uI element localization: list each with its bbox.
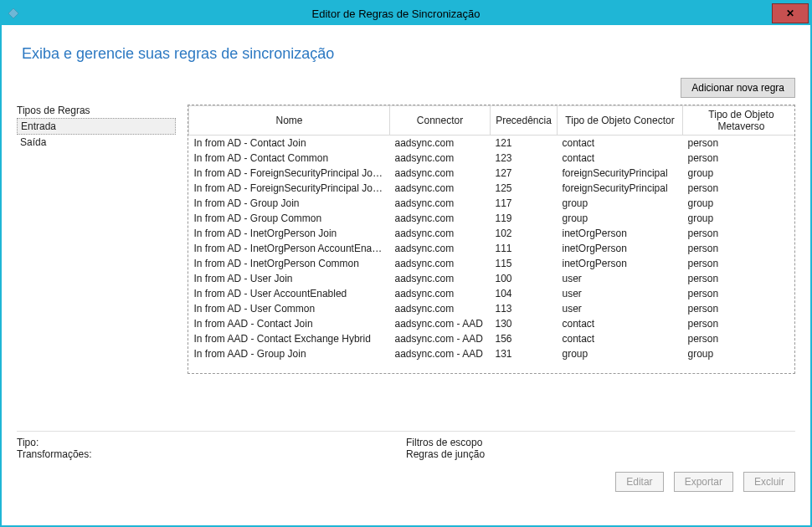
sidebar-item-saída[interactable]: Saída [17, 135, 176, 150]
cell-nome: In from AD - ForeignSecurityPrincipal Jo… [189, 166, 390, 181]
delete-button[interactable]: Excluir [743, 472, 795, 492]
cell-precedencia: 102 [491, 226, 558, 241]
filtros-label: Filtros de escopo [406, 437, 795, 448]
cell-tipo-metaverso: person [683, 151, 796, 166]
cell-connector: aadsync.com [390, 181, 491, 196]
table-row[interactable]: In from AAD - Group Joinaadsync.com - AA… [189, 346, 796, 361]
cell-precedencia: 121 [491, 136, 558, 151]
cell-precedencia: 113 [491, 301, 558, 316]
cell-precedencia: 125 [491, 181, 558, 196]
table-row[interactable]: In from AD - InetOrgPerson Joinaadsync.c… [189, 226, 796, 241]
cell-nome: In from AD - Contact Join [189, 136, 390, 151]
table-header-row: Nome Connector Precedência Tipo de Objet… [189, 106, 796, 136]
cell-tipo-metaverso: person [683, 226, 796, 241]
cell-precedencia: 104 [491, 286, 558, 301]
col-precedencia[interactable]: Precedência [491, 106, 558, 136]
cell-connector: aadsync.com - AAD [390, 316, 491, 331]
col-tipo-conector[interactable]: Tipo de Objeto Conector [558, 106, 683, 136]
cell-nome: In from AD - User Common [189, 301, 390, 316]
sidebar-title: Tipos de Regras [17, 105, 176, 116]
cell-connector: aadsync.com [390, 271, 491, 286]
cell-connector: aadsync.com [390, 256, 491, 271]
table-row[interactable]: In from AD - User AccountEnabledaadsync.… [189, 286, 796, 301]
cell-precedencia: 111 [491, 241, 558, 256]
export-button[interactable]: Exportar [674, 472, 733, 492]
cell-precedencia: 115 [491, 256, 558, 271]
table-row[interactable]: In from AAD - Contact Exchange Hybridaad… [189, 331, 796, 346]
table-row[interactable]: In from AD - ForeignSecurityPrincipal Jo… [189, 166, 796, 181]
cell-connector: aadsync.com [390, 226, 491, 241]
cell-tipo-conector: foreignSecurityPrincipal [558, 166, 683, 181]
add-rule-button[interactable]: Adicionar nova regra [681, 78, 795, 98]
rules-table: Nome Connector Precedência Tipo de Objet… [188, 105, 795, 361]
top-action-bar: Adicionar nova regra [17, 78, 795, 98]
cell-precedencia: 117 [491, 196, 558, 211]
cell-nome: In from AD - User Join [189, 271, 390, 286]
cell-tipo-conector: contact [558, 331, 683, 346]
table-row[interactable]: In from AD - Group Commonaadsync.com119g… [189, 211, 796, 226]
cell-tipo-metaverso: person [683, 301, 796, 316]
table-row[interactable]: In from AD - Contact Joinaadsync.com121c… [189, 136, 796, 151]
cell-tipo-metaverso: person [683, 181, 796, 196]
table-row[interactable]: In from AD - User Joinaadsync.com100user… [189, 271, 796, 286]
table-row[interactable]: In from AD - InetOrgPerson Commonaadsync… [189, 256, 796, 271]
cell-tipo-metaverso: person [683, 241, 796, 256]
cell-connector: aadsync.com [390, 241, 491, 256]
cell-tipo-metaverso: person [683, 136, 796, 151]
page-title: Exiba e gerencie suas regras de sincroni… [22, 45, 790, 63]
table-row[interactable]: In from AAD - Contact Joinaadsync.com - … [189, 316, 796, 331]
cell-tipo-conector: inetOrgPerson [558, 241, 683, 256]
cell-tipo-conector: contact [558, 151, 683, 166]
col-nome[interactable]: Nome [189, 106, 390, 136]
cell-tipo-conector: user [558, 286, 683, 301]
sidebar-item-entrada[interactable]: Entrada [17, 118, 176, 135]
col-connector[interactable]: Connector [390, 106, 491, 136]
table-row[interactable]: In from AD - Group Joinaadsync.com117gro… [189, 196, 796, 211]
trans-label: Transformações: [17, 448, 406, 460]
table-row[interactable]: In from AD - ForeignSecurityPrincipal Jo… [189, 181, 796, 196]
cell-precedencia: 100 [491, 271, 558, 286]
cell-precedencia: 127 [491, 166, 558, 181]
titlebar[interactable]: Editor de Regras de Sincronização ✕ [2, 2, 810, 25]
cell-precedencia: 130 [491, 316, 558, 331]
col-tipo-metaverso[interactable]: Tipo de Objeto Metaverso [683, 106, 796, 136]
app-icon [7, 7, 20, 20]
bottom-actions: Editar Exportar Excluir [17, 472, 795, 492]
cell-nome: In from AAD - Contact Exchange Hybrid [189, 331, 390, 346]
svg-marker-0 [8, 8, 18, 18]
table-row[interactable]: In from AD - User Commonaadsync.com113us… [189, 301, 796, 316]
cell-connector: aadsync.com [390, 136, 491, 151]
cell-nome: In from AD - ForeignSecurityPrincipal Jo… [189, 181, 390, 196]
table-row[interactable]: In from AD - Contact Commonaadsync.com12… [189, 151, 796, 166]
cell-connector: aadsync.com [390, 286, 491, 301]
cell-nome: In from AD - InetOrgPerson AccountEnable… [189, 241, 390, 256]
cell-tipo-metaverso: group [683, 166, 796, 181]
window-title: Editor de Regras de Sincronização [20, 8, 772, 20]
cell-tipo-metaverso: person [683, 271, 796, 286]
cell-precedencia: 156 [491, 331, 558, 346]
details-panel: Tipo: Transformações: Filtros de escopo … [17, 437, 795, 460]
close-icon: ✕ [786, 8, 794, 19]
details-left: Tipo: Transformações: [17, 437, 406, 460]
cell-tipo-metaverso: group [683, 211, 796, 226]
cell-precedencia: 131 [491, 346, 558, 361]
cell-tipo-conector: inetOrgPerson [558, 226, 683, 241]
rules-grid[interactable]: Nome Connector Precedência Tipo de Objet… [188, 105, 795, 374]
cell-tipo-conector: user [558, 271, 683, 286]
cell-nome: In from AAD - Group Join [189, 346, 390, 361]
cell-nome: In from AD - InetOrgPerson Join [189, 226, 390, 241]
cell-nome: In from AAD - Contact Join [189, 316, 390, 331]
table-row[interactable]: In from AD - InetOrgPerson AccountEnable… [189, 241, 796, 256]
cell-tipo-conector: contact [558, 136, 683, 151]
cell-tipo-conector: contact [558, 316, 683, 331]
cell-connector: aadsync.com [390, 211, 491, 226]
cell-precedencia: 119 [491, 211, 558, 226]
cell-connector: aadsync.com [390, 196, 491, 211]
cell-connector: aadsync.com [390, 166, 491, 181]
cell-tipo-metaverso: group [683, 346, 796, 361]
client-area: Exiba e gerencie suas regras de sincroni… [2, 25, 810, 525]
edit-button[interactable]: Editar [615, 472, 663, 492]
juncao-label: Regras de junção [406, 448, 795, 460]
close-button[interactable]: ✕ [772, 3, 809, 23]
cell-tipo-conector: group [558, 211, 683, 226]
